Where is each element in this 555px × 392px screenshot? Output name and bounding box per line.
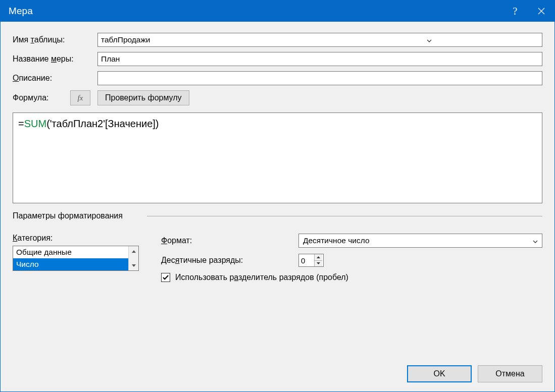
table-name-value: таблПродажи <box>101 35 320 44</box>
scroll-down-icon[interactable] <box>129 260 138 270</box>
check-formula-button[interactable]: Проверить формулу <box>97 90 189 105</box>
scroll-up-icon[interactable] <box>129 246 138 256</box>
format-column: Формат: Десятичное число Десятичные разр… <box>161 234 542 282</box>
spin-down-button[interactable] <box>315 260 322 267</box>
thousands-separator-row: Использовать разделитель разрядов (пробе… <box>161 273 542 282</box>
decimal-places-spinner[interactable] <box>298 254 324 267</box>
category-label: Категория: <box>13 234 142 243</box>
format-section-header: Параметры форматирования <box>13 211 542 220</box>
description-row: Описание: <box>13 71 542 85</box>
decimal-places-label: Десятичные разряды: <box>161 256 298 265</box>
format-row: Формат: Десятичное число <box>161 234 542 248</box>
chevron-down-icon <box>320 35 539 44</box>
category-column: Категория: Общие данные Число <box>13 234 142 282</box>
section-separator <box>147 216 542 216</box>
table-name-row: Имя таблицы: таблПродажи <box>13 33 542 47</box>
format-label: Формат: <box>161 236 298 245</box>
format-section-title: Параметры форматирования <box>13 211 132 220</box>
help-button[interactable]: ? <box>502 1 528 22</box>
dialog-buttons: OK Отмена <box>407 365 542 382</box>
close-button[interactable] <box>528 1 554 22</box>
cancel-button[interactable]: Отмена <box>478 365 542 382</box>
category-items: Общие данные Число <box>13 246 128 270</box>
list-item[interactable]: Общие данные <box>13 246 128 258</box>
decimal-places-row: Десятичные разряды: <box>161 254 542 267</box>
decimal-places-input[interactable] <box>299 254 314 266</box>
table-name-select[interactable]: таблПродажи <box>97 33 542 47</box>
description-input[interactable] <box>97 71 542 85</box>
fx-label: fx <box>78 94 83 102</box>
measure-dialog: Мера ? Имя таблицы: таблПродажи Название… <box>0 0 555 392</box>
titlebar: Мера ? <box>1 1 554 22</box>
ok-label: OK <box>433 369 445 378</box>
list-item[interactable]: Число <box>13 258 128 270</box>
window-title: Мера <box>9 6 502 17</box>
formula-fn: SUM <box>24 118 46 129</box>
dialog-body: Имя таблицы: таблПродажи Название меры: … <box>1 22 554 391</box>
check-formula-label: Проверить формулу <box>105 93 182 102</box>
formula-label: Формула: <box>13 93 70 102</box>
thousands-separator-label: Использовать разделитель разрядов (пробе… <box>175 273 348 282</box>
table-name-label: Имя таблицы: <box>13 35 97 44</box>
cancel-label: Отмена <box>495 369 524 378</box>
fx-button[interactable]: fx <box>70 90 90 105</box>
spinner-buttons <box>314 254 322 266</box>
format-value: Десятичное число <box>303 236 533 245</box>
thousands-separator-checkbox[interactable] <box>161 273 170 282</box>
format-area: Категория: Общие данные Число Формат: <box>13 234 542 282</box>
measure-name-label: Название меры: <box>13 54 97 64</box>
measure-name-row: Название меры: <box>13 52 542 66</box>
ok-button[interactable]: OK <box>407 365 472 382</box>
formula-row: Формула: fx Проверить формулу <box>13 90 542 105</box>
spin-up-button[interactable] <box>315 254 322 260</box>
listbox-scrollbar[interactable] <box>128 246 138 270</box>
measure-name-input[interactable] <box>97 52 542 66</box>
formula-rest: ('таблПлан2'[Значение]) <box>46 118 159 129</box>
description-label: Описание: <box>13 74 97 83</box>
formula-eq: = <box>18 118 24 129</box>
formula-editor[interactable]: =SUM('таблПлан2'[Значение]) <box>13 113 542 203</box>
format-select[interactable]: Десятичное число <box>298 234 542 248</box>
category-listbox[interactable]: Общие данные Число <box>13 246 139 271</box>
chevron-down-icon <box>533 236 538 245</box>
